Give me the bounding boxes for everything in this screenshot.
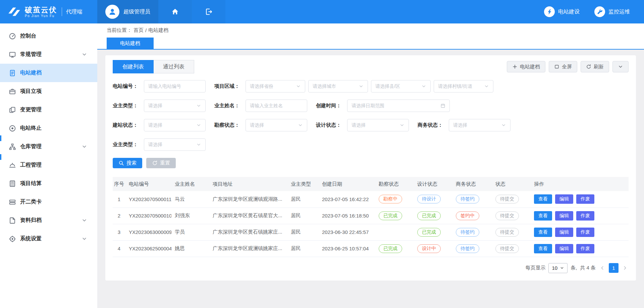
- table-row: 2YX2023070500010刘强东广东深圳龙华区黄石镇星官大...居民202…: [113, 207, 629, 224]
- sidebar-item-label: 资料归档: [20, 217, 42, 224]
- sidebar-item-archive[interactable]: 资料归档: [0, 211, 97, 230]
- add-station-button[interactable]: 电站建档: [507, 61, 545, 72]
- wrench-icon: [597, 9, 603, 15]
- filter-label: 项目区域：: [214, 83, 243, 89]
- topbar: 破茧云伏 Po Jian Yun Fu 代理端 超级管理员 电站建设监控运维: [0, 0, 644, 23]
- placeholder: 请选择村镇/街道: [438, 83, 482, 89]
- column-header: 业主类型: [287, 177, 319, 191]
- placeholder: 请选择: [250, 122, 296, 128]
- sidebar-item-calculator[interactable]: 项目结算: [0, 174, 97, 193]
- sidebar-item-monitor[interactable]: 常规管理: [0, 45, 97, 64]
- monitor-icon: [9, 51, 16, 58]
- sidebar-item-engineering[interactable]: 工程管理: [0, 156, 97, 174]
- per-page-select[interactable]: 10: [548, 263, 568, 273]
- edit-button[interactable]: 编辑: [555, 228, 573, 237]
- sidebar-item-terminate[interactable]: 电站终止: [0, 119, 97, 137]
- engineering-icon: [9, 162, 16, 169]
- logout-button[interactable]: [192, 0, 225, 23]
- breadcrumb-home-link[interactable]: 首页: [133, 27, 144, 34]
- city-select[interactable]: 请选择城市: [308, 80, 368, 93]
- cell-owner-name: 姚思: [171, 240, 209, 257]
- cell-station-code: YX2023070500011: [125, 191, 171, 207]
- edit-button[interactable]: 编辑: [555, 244, 573, 253]
- owner-type-select-2[interactable]: 请选择: [144, 138, 206, 151]
- business-status-select[interactable]: 请选择: [449, 119, 511, 131]
- fullscreen-icon: [554, 64, 559, 69]
- reset-icon: [152, 160, 158, 166]
- user-name: 超级管理员: [123, 8, 150, 15]
- sidebar-item-copy[interactable]: 变更管理: [0, 101, 97, 119]
- collapse-toolbar-button[interactable]: [612, 61, 629, 72]
- cell-status: 待提交: [492, 240, 531, 257]
- view-button[interactable]: 查看: [534, 244, 552, 253]
- page-tab-station-archive[interactable]: 电站建档: [107, 38, 154, 49]
- placeholder: 请选择: [148, 122, 194, 128]
- design-status-select[interactable]: 请选择: [347, 119, 409, 131]
- list-tabs: 创建列表通过列表: [113, 60, 194, 73]
- status-badge: 待签约: [456, 244, 479, 253]
- prev-page-button[interactable]: [599, 265, 606, 271]
- sidebar-item-dashboard[interactable]: 控制台: [0, 27, 97, 45]
- status-badge: 勘察中: [379, 195, 402, 203]
- void-button[interactable]: 作废: [576, 244, 594, 253]
- reset-button[interactable]: 重置: [146, 158, 176, 168]
- survey-status-select[interactable]: 请选择: [246, 119, 307, 131]
- chevron-down-icon: [82, 236, 87, 242]
- tab-create-list[interactable]: 创建列表: [113, 60, 154, 73]
- status-badge: 设计中: [417, 244, 441, 253]
- sidebar-item-warehouse[interactable]: 仓库管理: [0, 137, 97, 156]
- search-button[interactable]: 搜索: [113, 158, 142, 168]
- view-button[interactable]: 查看: [534, 211, 552, 221]
- station-code-input[interactable]: 请输入电站编号: [144, 80, 206, 93]
- page-number-button[interactable]: 1: [609, 263, 619, 273]
- column-header: 操作: [531, 177, 629, 191]
- sidebar-item-label: 电站建档: [20, 69, 42, 76]
- nav-monitor-ops[interactable]: 监控运维: [594, 6, 630, 17]
- sidebar-item-settings[interactable]: 系统设置: [0, 230, 97, 248]
- settings-icon: [9, 235, 16, 243]
- sidebar-item-card[interactable]: 开二类卡: [0, 193, 97, 211]
- main-area: 当前位置： 首页 / 电站建档 电站建档 创建列表通过列表 电站建档全屏刷新 电…: [97, 23, 644, 308]
- cell-address: 广东深圳龙华区观澜镇观湖路...: [209, 191, 287, 207]
- view-button[interactable]: 查看: [534, 194, 552, 204]
- sidebar-item-document[interactable]: 电站建档: [0, 64, 97, 82]
- void-button[interactable]: 作废: [576, 194, 594, 204]
- per-page-label: 每页显示: [525, 265, 545, 271]
- owner-type-select[interactable]: 请选择: [144, 100, 206, 112]
- tab-passed-list[interactable]: 通过列表: [154, 60, 194, 73]
- cell-design-status: 待设计: [414, 191, 452, 207]
- breadcrumb-current: 电站建档: [148, 27, 168, 34]
- void-button[interactable]: 作废: [576, 228, 594, 237]
- province-select[interactable]: 请选择省份: [246, 80, 305, 93]
- void-button[interactable]: 作废: [576, 211, 594, 221]
- next-page-button[interactable]: [622, 265, 629, 271]
- build-status-select[interactable]: 请选择: [144, 119, 206, 131]
- sidebar-item-label: 工程管理: [20, 162, 42, 169]
- chevron-down-icon: [618, 64, 623, 69]
- cell-owner-type: 居民: [287, 207, 319, 224]
- station-table: 序号电站编号业主姓名项目地址业主类型创建日期勘察状态设计状态商务状态状态操作1Y…: [113, 177, 629, 257]
- cell-survey-status: 已完成: [375, 207, 414, 224]
- town-select[interactable]: 请选择村镇/街道: [434, 80, 493, 93]
- sidebar-item-briefcase[interactable]: 项目立项: [0, 82, 97, 101]
- create-time-range-input[interactable]: 请选择日期范围: [347, 100, 450, 112]
- chevron-down-icon: [82, 218, 87, 223]
- cell-survey-status: 勘察中: [375, 191, 414, 207]
- cell-owner-name: 马云: [171, 191, 209, 207]
- edit-button[interactable]: 编辑: [555, 211, 573, 221]
- cell-created: 2023-07-05 16:42:22: [319, 191, 375, 207]
- edit-button[interactable]: 编辑: [555, 194, 573, 204]
- filter-label: 业主姓名：: [214, 103, 243, 109]
- user-menu[interactable]: 超级管理员: [97, 0, 158, 23]
- pagination: 每页显示 10 条, 共 4 条 1: [113, 263, 629, 273]
- brand-divider: [62, 7, 62, 16]
- cell-station-code: YX2023063000009: [125, 224, 171, 240]
- view-button[interactable]: 查看: [534, 228, 552, 237]
- refresh-button[interactable]: 刷新: [581, 61, 609, 72]
- home-button[interactable]: [158, 0, 192, 23]
- fullscreen-button[interactable]: 全屏: [549, 61, 577, 72]
- county-select[interactable]: 请选择县/区: [371, 80, 431, 93]
- nav-station-build[interactable]: 电站建设: [544, 6, 580, 17]
- owner-name-input[interactable]: 请输入业主姓名: [246, 100, 307, 112]
- column-header: 状态: [492, 177, 531, 191]
